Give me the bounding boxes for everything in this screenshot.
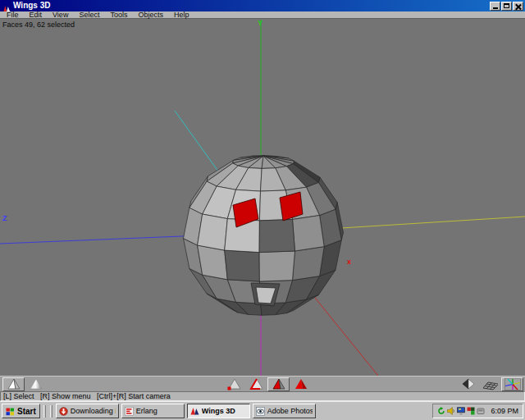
viewport-3d[interactable]: Faces 49, 62 selected YZx <box>0 20 525 376</box>
shading-button-group <box>2 377 47 391</box>
perspective-icon <box>460 378 477 390</box>
close-icon <box>515 3 521 9</box>
menu-item-objects[interactable]: Objects <box>138 11 163 18</box>
help-bar: [L] Select [R] Show menu [Ctrl]+[R] Star… <box>0 391 525 401</box>
view-option-button-group <box>457 377 523 391</box>
window-titlebar[interactable]: Wings 3D <box>0 0 525 11</box>
wings-icon <box>190 407 199 416</box>
ortho-view-button[interactable] <box>457 377 479 391</box>
grid-icon <box>482 378 499 390</box>
bottom-toolbar <box>0 376 525 391</box>
ground-plane-button[interactable] <box>479 377 501 391</box>
menu-item-file[interactable]: File <box>7 11 19 18</box>
flat-shading-button[interactable] <box>2 377 25 391</box>
erlang-icon <box>125 407 134 416</box>
taskbar: Start Downloading File: /wings/...Erlang… <box>0 401 525 420</box>
menu-bar: File Edit View Select Tools Objects Help <box>0 11 525 19</box>
menu-item-help[interactable]: Help <box>174 11 189 18</box>
help-bar-text: [L] Select [R] Show menu [Ctrl]+[R] Star… <box>0 391 525 401</box>
body-mode-icon <box>293 378 309 390</box>
start-button-label: Start <box>17 407 36 416</box>
minimize-button[interactable] <box>490 2 500 11</box>
desktop: Wings 3D File Edit View Select Tools Obj… <box>0 0 525 420</box>
flat-shade-icon <box>6 378 22 390</box>
task-button-adobe-photoshop[interactable]: Adobe Photoshop <box>253 404 316 418</box>
tray-icon-strip <box>437 407 485 415</box>
vertex-mode-icon <box>226 378 243 390</box>
scene-canvas[interactable]: YZx <box>0 20 525 376</box>
refresh-icon[interactable] <box>437 407 445 415</box>
svg-text:Y: Y <box>258 20 262 27</box>
face-mode-button[interactable] <box>267 377 290 391</box>
svg-text:Z: Z <box>2 214 7 222</box>
smooth-shade-icon <box>28 378 44 390</box>
device-icon[interactable] <box>477 407 485 415</box>
edge-mode-icon <box>249 378 265 390</box>
start-button[interactable]: Start <box>2 404 40 418</box>
volume-icon[interactable] <box>447 407 455 415</box>
task-button-label: Adobe Photoshop <box>267 407 313 415</box>
maximize-icon <box>504 3 509 8</box>
edge-mode-button[interactable] <box>245 377 267 391</box>
minimize-icon <box>493 7 498 9</box>
task-button-downloading-file-wings[interactable]: Downloading File: /wings/... <box>56 404 119 418</box>
task-button-wings-3d[interactable]: Wings 3D <box>187 404 250 418</box>
selection-mode-button-group <box>223 377 312 391</box>
taskbar-grip[interactable] <box>50 405 52 418</box>
task-button-strip: Downloading File: /wings/...ErlangWings … <box>56 404 316 418</box>
windows-logo-icon <box>6 407 15 416</box>
download-icon <box>59 407 68 416</box>
selection-info-text: Faces 49, 62 selected <box>2 21 75 29</box>
task-button-label: Wings 3D <box>202 407 235 415</box>
wings3d-app-icon <box>2 2 11 10</box>
task-button-erlang[interactable]: Erlang <box>121 404 185 418</box>
menu-item-view[interactable]: View <box>52 11 68 18</box>
vertex-mode-button[interactable] <box>223 377 245 391</box>
window-title: Wings 3D <box>13 1 489 11</box>
task-button-label: Erlang <box>136 407 158 415</box>
taskbar-grip[interactable] <box>43 405 46 418</box>
menu-item-select[interactable]: Select <box>79 11 99 18</box>
close-button[interactable] <box>513 2 523 11</box>
show-axes-button[interactable] <box>501 377 523 391</box>
network-icon[interactable] <box>467 407 475 415</box>
taskbar-clock: 6:09 PM <box>491 407 518 415</box>
smooth-shading-button[interactable] <box>25 377 47 391</box>
face-mode-icon <box>271 378 287 390</box>
system-tray: 6:09 PM <box>432 404 523 418</box>
menu-item-edit[interactable]: Edit <box>30 11 43 18</box>
maximize-button[interactable] <box>501 2 512 11</box>
photoshop-icon <box>256 407 265 416</box>
display-icon[interactable] <box>457 407 465 415</box>
axes-icon <box>504 378 521 390</box>
svg-text:x: x <box>347 258 351 266</box>
task-button-label: Downloading File: /wings/... <box>71 407 116 415</box>
menu-item-tools[interactable]: Tools <box>110 11 127 18</box>
body-mode-button[interactable] <box>290 377 312 391</box>
